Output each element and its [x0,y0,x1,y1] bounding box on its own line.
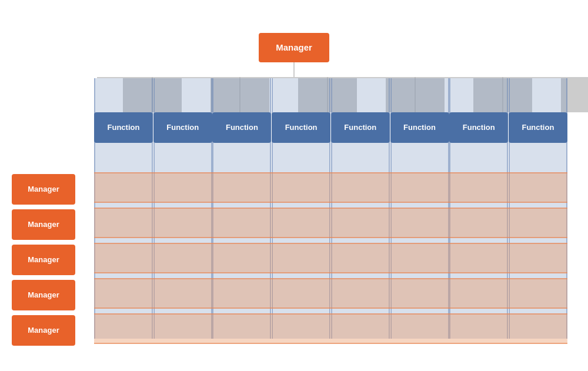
manager-row-label-4: Manager [28,290,59,299]
manager-row-box-4: Manager [12,280,75,310]
diagram-container: Manager Function Functi [12,15,576,356]
function-box-7: Function [449,112,508,143]
managers-column: Manager Manager Manager Manager Manager [12,174,75,350]
manager-row-label-5: Manager [28,326,59,335]
top-manager-label: Manager [276,42,312,52]
manager-row-label-2: Manager [28,220,59,229]
function-box-2: Function [153,112,212,143]
top-manager-box: Manager [259,33,329,62]
function-label-4: Function [285,123,318,132]
functions-row: Function Function Function Function Func… [94,112,567,143]
manager-row-box-5: Manager [12,315,75,346]
h-band-2 [94,208,567,238]
manager-row-box-2: Manager [12,209,75,240]
h-band-1 [94,172,567,203]
manager-row-box-1: Manager [12,174,75,205]
function-box-4: Function [272,112,330,143]
top-vertical-connector [293,62,295,78]
function-label-3: Function [226,123,258,132]
h-band-5 [94,313,567,344]
function-box-8: Function [509,112,567,143]
h-band-3 [94,243,567,273]
function-label-6: Function [403,123,436,132]
manager-row-box-3: Manager [12,245,75,275]
function-label-5: Function [344,123,376,132]
function-box-1: Function [94,112,153,143]
function-box-6: Function [390,112,449,143]
function-label-7: Function [463,123,495,132]
function-label-8: Function [522,123,554,132]
manager-row-label-1: Manager [28,185,59,193]
function-box-3: Function [212,112,271,143]
manager-row-label-3: Manager [28,255,59,264]
horizontal-bands [94,172,567,349]
function-label-2: Function [166,123,199,132]
h-band-4 [94,278,567,309]
function-label-1: Function [108,123,140,132]
function-box-5: Function [331,112,390,143]
